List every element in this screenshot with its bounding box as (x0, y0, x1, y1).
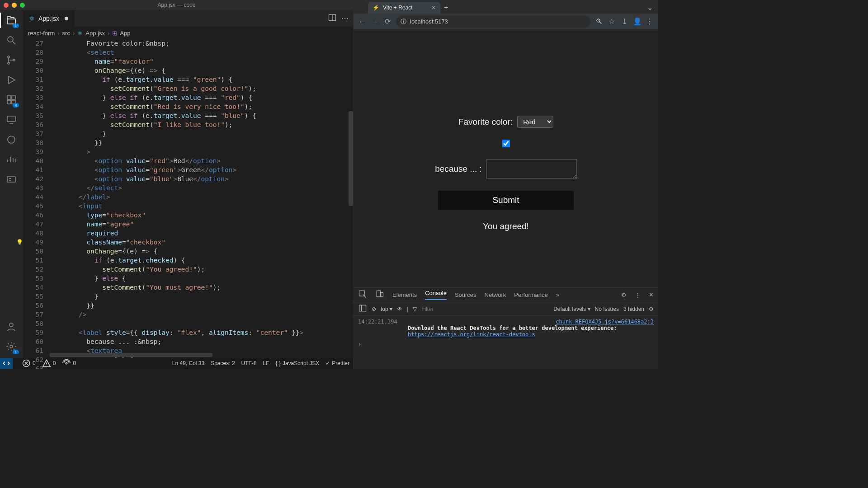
tab-app-jsx[interactable]: ⚛ App.jsx (23, 10, 75, 27)
close-window-icon[interactable] (4, 3, 9, 8)
devtools-close-icon[interactable]: ✕ (649, 291, 654, 298)
status-port[interactable]: 0 (62, 359, 76, 368)
svg-rect-6 (7, 100, 11, 104)
toggle-sidebar-icon[interactable] (358, 304, 367, 314)
breadcrumb-item[interactable]: react-form (28, 30, 55, 37)
dev-container-icon[interactable] (5, 174, 17, 185)
favorite-color-label: Favorite color: (458, 117, 513, 127)
status-eol[interactable]: LF (263, 360, 269, 366)
address-bar[interactable]: ⓘ localhost:5173 (396, 16, 590, 28)
back-button-icon[interactable]: ← (358, 18, 366, 26)
reload-button-icon[interactable]: ⟳ (383, 17, 392, 26)
profile-icon[interactable]: 👤 (633, 17, 641, 26)
hidden-count[interactable]: 3 hidden (623, 306, 644, 312)
remote-indicator-icon[interactable] (0, 358, 13, 369)
console-prompt[interactable]: › (358, 341, 654, 347)
svg-point-2 (8, 62, 9, 64)
log-levels[interactable]: Default levels ▾ (553, 306, 590, 312)
zoom-window-icon[interactable] (20, 3, 25, 8)
submit-button[interactable]: Submit (438, 191, 574, 210)
code-content[interactable]: Favorite color:&nbsp; <select name="favc… (47, 39, 353, 358)
run-debug-icon[interactable] (5, 74, 17, 86)
log-timestamp: 14:22:21.394 (358, 319, 403, 325)
svg-point-15 (66, 362, 67, 364)
devtools-tab-network[interactable]: Network (485, 291, 506, 298)
svg-point-12 (10, 345, 13, 348)
close-tab-icon[interactable]: ✕ (431, 5, 436, 11)
browser-tab[interactable]: ⚡ Vite + React ✕ (368, 2, 440, 14)
forward-button-icon[interactable]: → (371, 18, 379, 26)
status-cursor[interactable]: Ln 49, Col 33 (172, 360, 204, 366)
more-actions-icon[interactable]: ⋯ (341, 14, 349, 23)
explorer-icon[interactable]: 1 (5, 14, 17, 26)
graph-icon[interactable] (5, 154, 17, 165)
chevron-right-icon: › (108, 30, 109, 37)
chevron-right-icon: › (73, 30, 75, 37)
scrollbar-horizontal[interactable] (50, 353, 212, 357)
clear-console-icon[interactable]: ⊘ (372, 306, 376, 312)
log-url[interactable]: https://reactjs.org/link/react-devtools (408, 331, 654, 338)
function-icon: ⊞ (112, 30, 117, 37)
status-lang[interactable]: { } JavaScript JSX (276, 360, 320, 366)
extensions-icon[interactable]: 4 (5, 94, 17, 106)
devtools-menu-icon[interactable]: ⋮ (635, 291, 641, 298)
bookmark-icon[interactable]: ☆ (608, 17, 616, 26)
svg-point-1 (8, 56, 9, 58)
context-selector[interactable]: top ▾ (381, 306, 392, 312)
because-label: because ... : (435, 164, 482, 174)
minimize-window-icon[interactable] (12, 3, 17, 8)
vscode-window: App.jsx — code 1 4 (0, 0, 354, 369)
devtools-tab-elements[interactable]: Elements (392, 291, 417, 298)
svg-rect-17 (377, 291, 380, 297)
status-spaces[interactable]: Spaces: 2 (211, 360, 235, 366)
more-tabs-icon[interactable]: » (556, 291, 559, 298)
activity-bar: 1 4 (0, 10, 23, 358)
menu-icon[interactable]: ⋮ (646, 17, 654, 26)
window-title: App.jsx — code (0, 2, 353, 8)
page-content: Favorite color: RedGreenBlue because ...… (354, 30, 658, 287)
download-icon[interactable]: ⤓ (620, 17, 628, 26)
log-source[interactable]: chunk-REFQX4J5.js?v=661468a2:3 (556, 319, 654, 325)
account-icon[interactable] (5, 321, 17, 333)
scrollbar-vertical[interactable] (349, 111, 353, 206)
react-file-icon: ⚛ (29, 15, 35, 22)
breadcrumb-item[interactable]: App (120, 30, 130, 37)
devtools-tab-sources[interactable]: Sources (455, 291, 476, 298)
code-editor[interactable]: 2728293031323334353637383940414243444546… (23, 39, 353, 358)
issues-indicator[interactable]: No Issues (595, 306, 619, 312)
console-settings-icon[interactable]: ⚙ (649, 306, 654, 312)
favorite-color-select[interactable]: RedGreenBlue (517, 116, 553, 128)
search-icon[interactable]: 🔍︎ (595, 18, 603, 26)
devtools-tab-console[interactable]: Console (425, 290, 447, 300)
settings-icon[interactable]: 1 (5, 341, 17, 352)
device-toggle-icon[interactable] (375, 290, 384, 300)
live-expression-icon[interactable]: 👁 (397, 306, 402, 312)
browser-tabstrip: ⚡ Vite + React ✕ + ⌄ (354, 0, 658, 14)
console-filter-input[interactable] (421, 306, 489, 312)
agree-checkbox[interactable] (502, 140, 510, 147)
site-info-icon[interactable]: ⓘ (401, 18, 406, 26)
status-warnings[interactable]: 0 (42, 359, 56, 368)
new-tab-button[interactable]: + (440, 4, 452, 14)
api-explorer-icon[interactable] (5, 134, 17, 145)
console-output[interactable]: 14:22:21.394 chunk-REFQX4J5.js?v=661468a… (354, 316, 658, 369)
breadcrumb[interactable]: react-form › src › ⚛ App.jsx › ⊞ App (23, 27, 353, 39)
filter-icon: ▽ (413, 306, 417, 312)
svg-rect-19 (359, 305, 366, 311)
status-encoding[interactable]: UTF-8 (241, 360, 257, 366)
inspect-icon[interactable] (358, 290, 367, 300)
comment-text: You agreed! (483, 221, 529, 231)
remote-explorer-icon[interactable] (5, 114, 17, 126)
browser-window: ⚡ Vite + React ✕ + ⌄ ← → ⟳ ⓘ localhost:5… (354, 0, 658, 369)
source-control-icon[interactable] (5, 54, 17, 66)
search-icon[interactable] (5, 34, 17, 46)
breadcrumb-item[interactable]: App.jsx (85, 30, 105, 37)
devtools-settings-icon[interactable]: ⚙ (621, 291, 627, 298)
traffic-lights[interactable] (4, 3, 25, 8)
breadcrumb-item[interactable]: src (62, 30, 70, 37)
split-editor-icon[interactable] (328, 13, 337, 24)
chevron-down-icon[interactable]: ⌄ (647, 3, 656, 14)
because-textarea[interactable] (486, 159, 577, 179)
devtools-tab-performance[interactable]: Performance (514, 291, 547, 298)
status-prettier[interactable]: ✓ Prettier (326, 360, 349, 366)
